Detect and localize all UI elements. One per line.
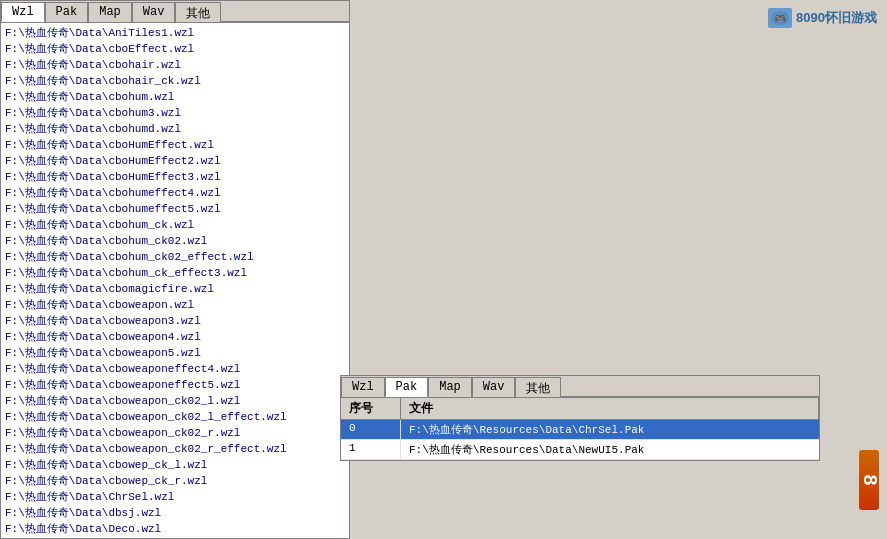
file-item[interactable]: F:\热血传奇\Data\cboweapon_ck02_l.wzl xyxy=(1,393,349,409)
top-tab-bar: Wzl Pak Map Wav 其他 xyxy=(1,1,349,23)
file-item[interactable]: F:\热血传奇\Data\dbsj.wzl xyxy=(1,505,349,521)
cell-file: F:\热血传奇\Resources\Data\NewUI5.Pak xyxy=(401,440,819,459)
tab-map-top[interactable]: Map xyxy=(88,2,132,22)
file-item[interactable]: F:\热血传奇\Data\Deco.wzl xyxy=(1,521,349,537)
table-row[interactable]: 1F:\热血传奇\Resources\Data\NewUI5.Pak xyxy=(341,440,819,460)
file-item[interactable]: F:\热血传奇\Data\cboweapon5.wzl xyxy=(1,345,349,361)
file-item[interactable]: F:\热血传奇\Data\cbohumeffect5.wzl xyxy=(1,201,349,217)
file-item[interactable]: F:\热血传奇\Data\AniTiles1.wzl xyxy=(1,25,349,41)
bottom-panel: Wzl Pak Map Wav 其他 序号 文件 0F:\热血传奇\Resour… xyxy=(340,375,820,461)
tab-wav-bottom[interactable]: Wav xyxy=(472,377,516,397)
tab-wzl-top[interactable]: Wzl xyxy=(1,2,45,22)
tab-other-top[interactable]: 其他 xyxy=(175,2,221,22)
file-item[interactable]: F:\热血传奇\Data\cbohair.wzl xyxy=(1,57,349,73)
file-item[interactable]: F:\热血传奇\Data\cbohum3.wzl xyxy=(1,105,349,121)
svg-text:🎮: 🎮 xyxy=(774,12,787,25)
tab-other-bottom[interactable]: 其他 xyxy=(515,377,561,397)
logo: 🎮 8090怀旧游戏 xyxy=(768,8,877,28)
logo-label: 8090怀旧游戏 xyxy=(796,9,877,27)
file-item[interactable]: F:\热血传奇\Data\cboweapon.wzl xyxy=(1,297,349,313)
top-panel: Wzl Pak Map Wav 其他 F:\热血传奇\Data\AniTiles… xyxy=(0,0,350,539)
cell-index: 0 xyxy=(341,420,401,439)
right-decoration: 8 xyxy=(859,450,879,510)
file-item[interactable]: F:\热血传奇\Data\cboHumEffect2.wzl xyxy=(1,153,349,169)
file-item[interactable]: F:\热血传奇\Data\cbowep_ck_r.wzl xyxy=(1,473,349,489)
tab-wav-top[interactable]: Wav xyxy=(132,2,176,22)
file-item[interactable]: F:\热血传奇\Data\cboweapon_ck02_l_effect.wzl xyxy=(1,409,349,425)
tab-pak-top[interactable]: Pak xyxy=(45,2,89,22)
file-item[interactable]: F:\热血传奇\Data\cboweapon4.wzl xyxy=(1,329,349,345)
file-item[interactable]: F:\热血传奇\Data\cbohum.wzl xyxy=(1,89,349,105)
file-item[interactable]: F:\热血传奇\Data\cboweapon_ck02_r.wzl xyxy=(1,425,349,441)
tab-wzl-bottom[interactable]: Wzl xyxy=(341,377,385,397)
table-header: 序号 文件 xyxy=(341,398,819,420)
file-list: F:\热血传奇\Data\AniTiles1.wzlF:\热血传奇\Data\c… xyxy=(1,23,349,539)
cell-file: F:\热血传奇\Resources\Data\ChrSel.Pak xyxy=(401,420,819,439)
file-item[interactable]: F:\热血传奇\Data\cboweapon_ck02_r_effect.wzl xyxy=(1,441,349,457)
bottom-tab-bar: Wzl Pak Map Wav 其他 xyxy=(341,376,819,398)
tab-pak-bottom[interactable]: Pak xyxy=(385,377,429,397)
cell-index: 1 xyxy=(341,440,401,459)
file-item[interactable]: F:\热血传奇\Data\cboHumEffect3.wzl xyxy=(1,169,349,185)
header-file: 文件 xyxy=(401,398,819,419)
file-item[interactable]: F:\热血传奇\Data\cboEffect.wzl xyxy=(1,41,349,57)
file-item[interactable]: F:\热血传奇\Data\ChrSel.wzl xyxy=(1,489,349,505)
file-item[interactable]: F:\热血传奇\Data\cbohair_ck.wzl xyxy=(1,73,349,89)
header-index: 序号 xyxy=(341,398,401,419)
file-item[interactable]: F:\热血传奇\Data\cboweapon3.wzl xyxy=(1,313,349,329)
file-item[interactable]: F:\热血传奇\Data\cbohum_ck.wzl xyxy=(1,217,349,233)
file-item[interactable]: F:\热血传奇\Data\cbowep_ck_l.wzl xyxy=(1,457,349,473)
file-item[interactable]: F:\热血传奇\Data\cbohum_ck_effect3.wzl xyxy=(1,265,349,281)
tab-map-bottom[interactable]: Map xyxy=(428,377,472,397)
pak-table: 序号 文件 0F:\热血传奇\Resources\Data\ChrSel.Pak… xyxy=(341,398,819,460)
file-item[interactable]: F:\热血传奇\Data\cbohumd.wzl xyxy=(1,121,349,137)
logo-icon: 🎮 xyxy=(768,8,792,28)
file-item[interactable]: F:\热血传奇\Data\cbohum_ck02.wzl xyxy=(1,233,349,249)
file-item[interactable]: F:\热血传奇\Data\cbomagicfire.wzl xyxy=(1,281,349,297)
file-item[interactable]: F:\热血传奇\Data\cbohumeffect4.wzl xyxy=(1,185,349,201)
file-item[interactable]: F:\热血传奇\Data\cboweaponeffect5.wzl xyxy=(1,377,349,393)
file-item[interactable]: F:\热血传奇\Data\cboHumEffect.wzl xyxy=(1,137,349,153)
table-row[interactable]: 0F:\热血传奇\Resources\Data\ChrSel.Pak xyxy=(341,420,819,440)
file-item[interactable]: F:\热血传奇\Data\cboweaponeffect4.wzl xyxy=(1,361,349,377)
file-item[interactable]: F:\热血传奇\Data\cbohum_ck02_effect.wzl xyxy=(1,249,349,265)
table-rows: 0F:\热血传奇\Resources\Data\ChrSel.Pak1F:\热血… xyxy=(341,420,819,460)
